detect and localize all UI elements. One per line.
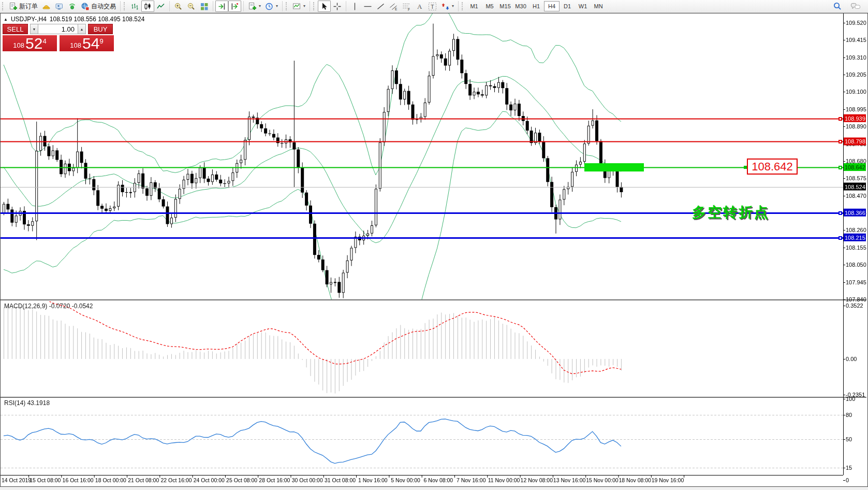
auto-scroll-button[interactable] <box>215 1 228 12</box>
volume-decrease-button[interactable]: ▼ <box>30 24 38 34</box>
cursor-icon <box>320 2 329 11</box>
volume-input[interactable] <box>38 24 78 34</box>
chevron-down-icon: ▾ <box>452 4 454 8</box>
sell-button[interactable]: SELL <box>3 24 28 34</box>
metaeditor-button[interactable] <box>40 1 53 12</box>
zoom-out-button[interactable] <box>185 1 198 12</box>
price-level-callout[interactable]: 108.642 <box>747 158 798 175</box>
equidistant-channel-button[interactable]: E <box>387 1 400 12</box>
timeframe-m30-button[interactable]: M30 <box>513 1 528 11</box>
timeframe-m1-button[interactable]: M1 <box>466 1 482 11</box>
crosshair-icon <box>333 2 342 11</box>
tile-windows-button[interactable] <box>198 1 211 12</box>
timeframe-mn-button[interactable]: MN <box>591 1 606 11</box>
autotrading-label: 自动交易 <box>91 2 116 11</box>
chevron-down-icon: ▾ <box>276 4 278 8</box>
zoom-out-icon <box>187 2 196 11</box>
indicators-button[interactable]: ▾ <box>290 1 307 12</box>
toolbar-grip <box>2 2 5 10</box>
zoom-in-button[interactable] <box>172 1 185 12</box>
sell-price-pip: 4 <box>42 38 46 45</box>
separator <box>243 1 244 11</box>
new-order-label: 新订单 <box>19 2 38 11</box>
toolbar-grip <box>313 2 316 10</box>
new-chart-icon <box>248 2 257 11</box>
text-label-icon: T <box>428 2 437 11</box>
ohlc-values: 108.519 108.556 108.495 108.524 <box>50 16 145 23</box>
sell-price-big: 52 <box>25 36 42 51</box>
new-order-icon <box>9 2 18 11</box>
sell-price-prefix: 108 <box>13 40 24 51</box>
toolbar-grip <box>286 2 288 10</box>
mt4-terminal: { "toolbar": { "new_order": "新订单", "auto… <box>0 0 868 490</box>
crosshair-button[interactable] <box>331 1 344 12</box>
collapse-triangle-icon[interactable]: ▲ <box>4 17 8 22</box>
separator <box>458 1 459 11</box>
fibonacci-icon: F <box>402 2 411 11</box>
line-chart-button[interactable] <box>154 1 167 12</box>
search-button[interactable] <box>831 1 844 12</box>
signals-icon <box>68 2 77 11</box>
one-click-trading-panel: SELL ▼ ▲ BUY 108 52 4 108 54 9 <box>3 24 115 51</box>
signals-button[interactable] <box>66 1 79 12</box>
separator <box>310 1 310 11</box>
chart-window: ▲ USDJPY-,H4 108.519 108.556 108.495 108… <box>0 13 868 487</box>
buy-price-pip: 9 <box>99 38 103 45</box>
separator <box>346 1 346 11</box>
toolbar-grip <box>462 2 464 10</box>
separator <box>213 1 213 11</box>
new-chart-button[interactable]: ▾ <box>246 1 263 12</box>
clock-icon <box>265 2 274 11</box>
chevron-down-icon: ▾ <box>303 4 305 8</box>
chart-shift-button[interactable] <box>228 1 241 12</box>
text-label-button[interactable]: T <box>426 1 439 12</box>
timeframe-d1-button[interactable]: D1 <box>560 1 575 11</box>
metaeditor-icon <box>42 2 51 11</box>
symbol-info-bar: ▲ USDJPY-,H4 108.519 108.556 108.495 108… <box>4 16 144 23</box>
tile-windows-icon <box>200 2 209 11</box>
cursor-button[interactable] <box>318 1 331 12</box>
chart-annotation-text[interactable]: 多空转折点 <box>692 203 770 222</box>
sell-price-quote[interactable]: 108 52 4 <box>3 35 57 51</box>
bar-chart-button[interactable] <box>128 1 141 12</box>
chevron-down-icon: ▾ <box>259 4 261 8</box>
buy-button[interactable]: BUY <box>88 24 113 34</box>
svg-text:T: T <box>431 3 434 9</box>
toolbar: 新订单 自动交易 ▾ <box>0 0 868 13</box>
fibonacci-button[interactable]: F <box>400 1 413 12</box>
auto-scroll-icon <box>217 2 226 11</box>
vertical-line-button[interactable] <box>348 1 361 12</box>
candlestick-chart-button[interactable] <box>141 1 154 12</box>
timeframe-m5-button[interactable]: M5 <box>482 1 497 11</box>
horizontal-line-button[interactable] <box>361 1 374 12</box>
text-button[interactable]: A <box>413 1 426 12</box>
chat-button[interactable] <box>848 1 863 12</box>
chart-shift-icon <box>230 2 239 11</box>
text-icon: A <box>415 2 424 11</box>
arrows-icon <box>441 2 450 11</box>
trendline-icon <box>376 2 385 11</box>
toolbar-grip <box>124 2 126 10</box>
bar-chart-icon <box>130 2 139 11</box>
arrows-button[interactable]: ▾ <box>439 1 456 12</box>
chart-canvas[interactable] <box>1 13 866 485</box>
timeframe-h1-button[interactable]: H1 <box>528 1 544 11</box>
buy-price-quote[interactable]: 108 54 9 <box>60 35 114 51</box>
chat-icon <box>850 2 861 11</box>
trendline-button[interactable] <box>374 1 387 12</box>
timeframe-h4-button[interactable]: H4 <box>544 1 560 11</box>
rsi-indicator-label: RSI(14) 43.1918 <box>4 399 50 407</box>
line-chart-icon <box>156 2 165 11</box>
volume-stepper: ▼ ▲ <box>30 24 86 34</box>
separator <box>169 1 170 11</box>
terminal-button[interactable] <box>53 1 66 12</box>
search-icon <box>833 2 842 11</box>
periods-button[interactable]: ▾ <box>263 1 280 12</box>
timeframe-m15-button[interactable]: M15 <box>497 1 513 11</box>
buy-price-big: 54 <box>82 36 99 51</box>
autotrading-button[interactable]: 自动交易 <box>79 1 118 12</box>
new-order-button[interactable]: 新订单 <box>7 1 40 12</box>
symbol-period-label: USDJPY-,H4 <box>11 16 47 23</box>
timeframe-w1-button[interactable]: W1 <box>575 1 591 11</box>
volume-increase-button[interactable]: ▲ <box>78 24 86 34</box>
